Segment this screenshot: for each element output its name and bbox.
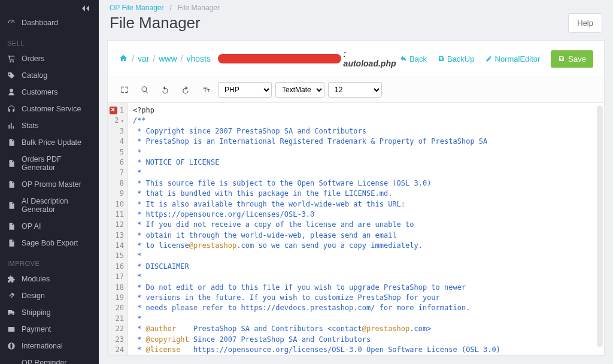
breadcrumb-parent[interactable]: OP File Manager (110, 4, 164, 12)
page-icon (7, 239, 16, 247)
redacted-host (218, 54, 341, 63)
sidebar-group-header: SELL (0, 31, 99, 50)
sidebar-item-modules[interactable]: Modules (0, 271, 99, 287)
path-bar: /var/www/vhosts : autoload.php Back Back… (108, 41, 604, 77)
sidebar-item-label: Dashboard (22, 19, 58, 27)
expand-icon[interactable] (116, 82, 133, 98)
sidebar-item-label: Design (22, 292, 45, 300)
sidebar-item-op-ai[interactable]: OP AI (0, 218, 99, 235)
sidebar-item-customer-service[interactable]: Customer Service (0, 101, 99, 117)
path-segment[interactable]: var (138, 54, 149, 63)
normal-editor-link[interactable]: NormalEditor (485, 54, 541, 63)
sidebar: Dashboard SELLOrdersCatalogCustomersCust… (0, 0, 99, 364)
floppy-icon (438, 55, 445, 62)
sidebar-item-international[interactable]: International (0, 338, 99, 354)
sidebar-item-label: Sage Bob Export (22, 239, 78, 247)
sidebar-item-bulk-price-update[interactable]: Bulk Price Update (0, 134, 99, 151)
help-button[interactable]: Help (568, 13, 602, 33)
sidebar-item-label: OP Reminder (22, 359, 67, 364)
sidebar-item-sage-bob-export[interactable]: Sage Bob Export (0, 235, 99, 251)
breadcrumb: OP File Manager / File Manager (99, 0, 613, 13)
save-button[interactable]: Save (551, 50, 593, 68)
tag-icon (7, 71, 16, 80)
home-icon[interactable] (119, 54, 128, 64)
editor-panel: /var/www/vhosts : autoload.php Back Back… (107, 40, 605, 356)
sidebar-item-label: OP AI (22, 222, 41, 230)
page-icon (7, 201, 16, 210)
sidebar-item-design[interactable]: Design (0, 287, 99, 304)
page-icon (7, 159, 16, 168)
sidebar-item-label: Payment (22, 325, 51, 333)
puzzle-icon (7, 275, 16, 283)
main-content: OP File Manager / File Manager File Mana… (99, 0, 613, 364)
globe-icon (7, 342, 16, 350)
path-segment[interactable]: vhosts (186, 54, 210, 63)
breadcrumb-current: File Manager (178, 4, 220, 12)
editor-toolbar: PHP TextMate 12 (108, 77, 604, 103)
undo-icon[interactable] (157, 82, 174, 98)
sidebar-item-label: Orders PDF Generator (22, 155, 92, 172)
sidebar-item-label: AI Description Generator (22, 197, 92, 214)
reply-icon (400, 55, 407, 62)
sidebar-item-label: Modules (22, 275, 50, 283)
text-size-icon[interactable] (198, 82, 214, 98)
cart-icon (7, 54, 16, 63)
sidebar-item-label: Customers (22, 88, 57, 96)
sidebar-item-dashboard[interactable]: Dashboard (0, 14, 99, 31)
back-link[interactable]: Back (400, 54, 427, 63)
pencil-icon (485, 55, 493, 62)
code-area[interactable]: <?php/** * Copyright since 2007 PrestaSh… (128, 103, 505, 355)
truck-icon (7, 308, 16, 317)
sidebar-item-ai-description-generator[interactable]: AI Description Generator (0, 193, 99, 218)
sidebar-item-stats[interactable]: Stats (0, 117, 99, 134)
backup-link[interactable]: BackUp (438, 54, 475, 63)
sidebar-item-label: Shipping (22, 308, 51, 317)
sidebar-item-orders-pdf-generator[interactable]: Orders PDF Generator (0, 151, 99, 176)
fontsize-select[interactable]: 12 (328, 82, 382, 98)
collapse-sidebar-button[interactable] (0, 0, 99, 14)
redo-icon[interactable] (177, 82, 194, 98)
theme-select[interactable]: TextMate (275, 82, 324, 98)
sidebar-group-header: IMPROVE (0, 251, 99, 271)
card-icon (7, 325, 16, 333)
gauge-icon (7, 19, 16, 27)
page-title: File Manager (110, 14, 201, 32)
sidebar-item-orders[interactable]: Orders (0, 50, 99, 67)
-icon (7, 359, 16, 364)
floppy-icon (558, 55, 565, 62)
page-icon (7, 138, 16, 147)
sidebar-item-shipping[interactable]: Shipping (0, 304, 99, 321)
sidebar-item-label: Stats (22, 122, 39, 130)
user-icon (7, 88, 16, 96)
sidebar-item-label: Customer Service (22, 105, 81, 113)
sidebar-item-label: Catalog (22, 71, 47, 80)
sidebar-item-payment[interactable]: Payment (0, 321, 99, 338)
sidebar-item-catalog[interactable]: Catalog (0, 67, 99, 84)
scrollbar[interactable] (597, 105, 603, 347)
page-icon (7, 180, 16, 189)
sidebar-item-op-reminder[interactable]: OP Reminder (0, 354, 99, 364)
sidebar-item-label: Orders (22, 54, 44, 63)
sidebar-item-label: OP Promo Master (22, 180, 81, 189)
headset-icon (7, 105, 16, 113)
sidebar-item-op-promo-master[interactable]: OP Promo Master (0, 176, 99, 193)
sidebar-item-label: International (22, 342, 63, 350)
chevrons-left-icon (81, 5, 90, 12)
sidebar-item-customers[interactable]: Customers (0, 84, 99, 101)
code-editor[interactable]: 1234567891011121314151617181920212223242… (108, 103, 604, 355)
bars-icon (7, 122, 16, 130)
line-gutter: 1234567891011121314151617181920212223242… (108, 103, 128, 355)
brush-icon (7, 292, 16, 300)
search-icon[interactable] (136, 82, 153, 98)
sidebar-item-label: Bulk Price Update (22, 138, 81, 147)
current-file: : autoload.php (344, 49, 400, 68)
path-segment[interactable]: www (159, 54, 177, 63)
language-select[interactable]: PHP (218, 82, 272, 98)
page-icon (7, 222, 16, 230)
